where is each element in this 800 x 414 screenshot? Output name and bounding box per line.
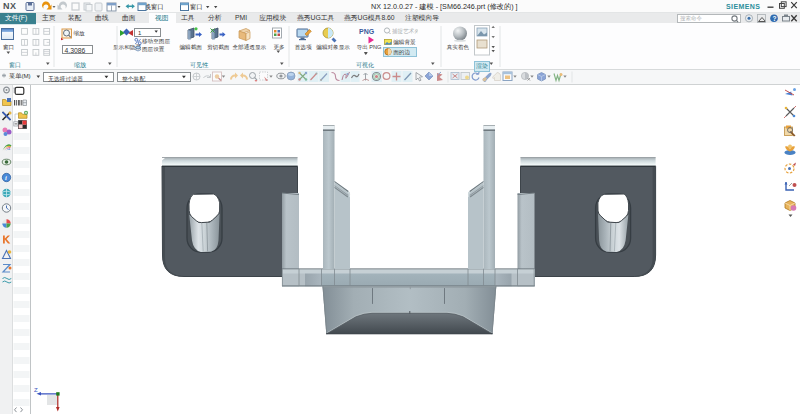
svg-text:Z: Z (34, 387, 38, 393)
